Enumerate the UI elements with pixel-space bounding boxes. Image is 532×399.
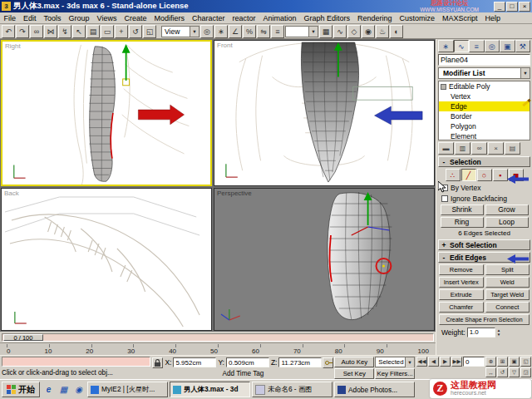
stack-tool-button[interactable]: ▤ xyxy=(505,142,520,155)
edit-edges-button[interactable]: Connect xyxy=(485,302,530,313)
toolbar-icon-button[interactable]: ♨ xyxy=(376,25,389,38)
modifier-stack[interactable]: Editable Poly Vertex Edge Border Polygon… xyxy=(438,81,530,140)
viewport-back[interactable]: Back xyxy=(1,188,212,331)
track-bar[interactable]: 0102030405060708090100 xyxy=(0,342,436,355)
time-slider-track[interactable]: 0 / 100 xyxy=(2,333,434,342)
playback-button[interactable]: ▶ xyxy=(440,357,451,367)
named-selection-combo[interactable]: ▼ xyxy=(285,26,318,37)
toolbar-icon-button[interactable]: ≡ xyxy=(271,25,284,38)
toolbar-icon-button[interactable]: ◐ xyxy=(390,25,403,38)
viewport-label[interactable]: Perspective xyxy=(217,190,252,197)
chevron-down-icon[interactable]: ▼ xyxy=(308,27,318,37)
toolbar-icon-button[interactable]: ◱ xyxy=(143,25,156,38)
viewport-nav-button[interactable]: ▽ xyxy=(509,367,520,377)
toolbar-icon-button[interactable]: ∞ xyxy=(30,25,43,38)
edit-edges-button[interactable]: Weld xyxy=(485,277,530,288)
viewport-perspective[interactable]: Perspective xyxy=(214,188,435,331)
viewport-label[interactable]: Right xyxy=(5,42,21,50)
auto-key-button[interactable]: Auto Key xyxy=(334,357,374,367)
menu-item[interactable]: reactor xyxy=(229,14,259,22)
toolbar-icon-button[interactable]: ↯ xyxy=(58,25,71,38)
subobject-mode-button[interactable]: ╱ xyxy=(461,169,476,181)
menu-item[interactable]: Animation xyxy=(259,14,300,22)
subobject-mode-button[interactable]: ∴ xyxy=(446,169,461,181)
edit-edges-button[interactable]: Chamfer xyxy=(439,302,484,313)
close-button[interactable]: × xyxy=(519,2,530,12)
toolbar-icon-button[interactable]: ∿ xyxy=(333,25,347,38)
toolbar-icon-button[interactable]: ↶ xyxy=(2,25,15,38)
set-key-button[interactable]: Set Key xyxy=(334,368,374,379)
by-vertex-checkbox[interactable]: By Vertex xyxy=(438,183,530,192)
stack-subobject-vertex[interactable]: Vertex xyxy=(439,91,530,101)
menu-item[interactable]: File xyxy=(0,14,20,22)
playback-button[interactable]: ◀ xyxy=(428,357,439,367)
chevron-down-icon[interactable]: ▼ xyxy=(520,68,530,78)
viewport-nav-button[interactable]: ◱ xyxy=(520,357,531,367)
command-panel-tab[interactable]: ∗ xyxy=(438,40,454,52)
viewport-label[interactable]: Front xyxy=(217,42,233,49)
viewport-front-canvas[interactable] xyxy=(214,41,434,185)
current-frame-field[interactable]: 0 xyxy=(463,357,485,367)
object-name-field[interactable]: Plane04 xyxy=(438,54,530,66)
command-panel-tab[interactable]: ≡ xyxy=(469,40,485,52)
command-panel-tab[interactable]: ⚒ xyxy=(515,40,531,52)
modifier-list-combo[interactable]: Modifier List ▼ xyxy=(438,67,530,79)
quick-launch-icon[interactable]: ◉ xyxy=(71,382,86,397)
menu-item[interactable]: Views xyxy=(93,14,121,22)
stack-subobject-polygon[interactable]: Polygon xyxy=(439,121,530,131)
menu-item[interactable]: Modifiers xyxy=(150,14,189,22)
command-panel-tab[interactable]: ▣ xyxy=(500,40,515,52)
task-button[interactable]: Adobe Photos... xyxy=(334,382,415,397)
stack-tool-button[interactable]: ▬ xyxy=(438,142,454,155)
edit-edges-button[interactable]: Extrude xyxy=(439,289,484,300)
menu-item[interactable]: Graph Editors xyxy=(300,14,354,22)
task-button[interactable]: 男人体3.max - 3d xyxy=(170,382,250,397)
toolbar-icon-button[interactable]: ∠ xyxy=(229,25,242,38)
grow-button[interactable]: Grow xyxy=(485,204,529,215)
task-button[interactable]: 未命名6 - 画图 xyxy=(252,382,332,397)
rollout-soft-selection-header[interactable]: + Soft Selection xyxy=(438,239,530,250)
viewport-front[interactable]: Front xyxy=(214,40,435,186)
playback-button[interactable]: ◀◀ xyxy=(416,357,427,367)
toolbar-icon-button[interactable]: ⋈ xyxy=(44,25,57,38)
viewport-right-canvas[interactable] xyxy=(2,42,210,185)
viewport-nav-button[interactable]: ↺ xyxy=(497,367,508,377)
quick-launch-icon[interactable]: e xyxy=(42,382,56,397)
subobject-mode-button[interactable]: ▪ xyxy=(493,169,508,181)
menu-item[interactable]: Tools xyxy=(40,14,65,22)
rollout-selection-header[interactable]: - Selection xyxy=(438,156,530,167)
task-button[interactable]: MyIE2 | [火星时... xyxy=(87,382,168,397)
viewport-label[interactable]: Back xyxy=(4,190,19,197)
time-slider-button[interactable]: 0 / 100 xyxy=(3,334,43,341)
toolbar-icon-button[interactable]: + xyxy=(115,25,128,38)
loop-button[interactable]: Loop xyxy=(485,217,529,228)
reference-coordinate-combo[interactable]: View ▼ xyxy=(161,26,200,37)
stack-root-row[interactable]: Editable Poly xyxy=(439,81,530,91)
edit-edges-button[interactable]: Target Weld xyxy=(485,289,530,300)
x-coordinate-field[interactable]: 5.952cm xyxy=(173,357,216,367)
chevron-down-icon[interactable]: ▼ xyxy=(190,27,199,37)
stack-tool-button[interactable]: ∞ xyxy=(471,142,487,155)
viewport-right[interactable]: Right xyxy=(1,40,212,186)
toolbar-icon-button[interactable]: ↖ xyxy=(72,25,86,38)
ring-button[interactable]: Ring xyxy=(441,217,484,228)
lock-selection-button[interactable] xyxy=(152,357,163,368)
toolbar-icon-button[interactable]: ◉ xyxy=(362,25,375,38)
viewport-back-canvas[interactable] xyxy=(2,189,211,330)
stack-subobject-element[interactable]: Element xyxy=(439,131,530,140)
viewport-nav-button[interactable]: ▣ xyxy=(509,357,520,367)
menu-item[interactable]: Character xyxy=(188,14,229,22)
create-shape-button[interactable]: Create Shape From Selection xyxy=(439,314,530,325)
stack-subobject-border[interactable]: Border xyxy=(439,111,530,121)
menu-item[interactable]: Help xyxy=(481,14,505,22)
stack-subobject-edge[interactable]: Edge xyxy=(439,101,530,111)
quick-launch-icon[interactable]: ▦ xyxy=(57,382,71,397)
edit-edges-button[interactable]: Remove xyxy=(439,264,484,275)
toolbar-icon-button[interactable]: ▤ xyxy=(86,25,100,38)
toolbar-icon-button[interactable]: ▭ xyxy=(101,25,114,38)
stack-tool-button[interactable]: × xyxy=(488,142,504,155)
ignore-backfacing-checkbox[interactable]: Ignore Backfacing xyxy=(438,194,530,203)
toolbar-icon-button[interactable]: ◇ xyxy=(347,25,361,38)
command-panel-tab[interactable]: ∿ xyxy=(454,40,470,52)
toolbar-icon-button[interactable]: ⇋ xyxy=(257,25,270,38)
